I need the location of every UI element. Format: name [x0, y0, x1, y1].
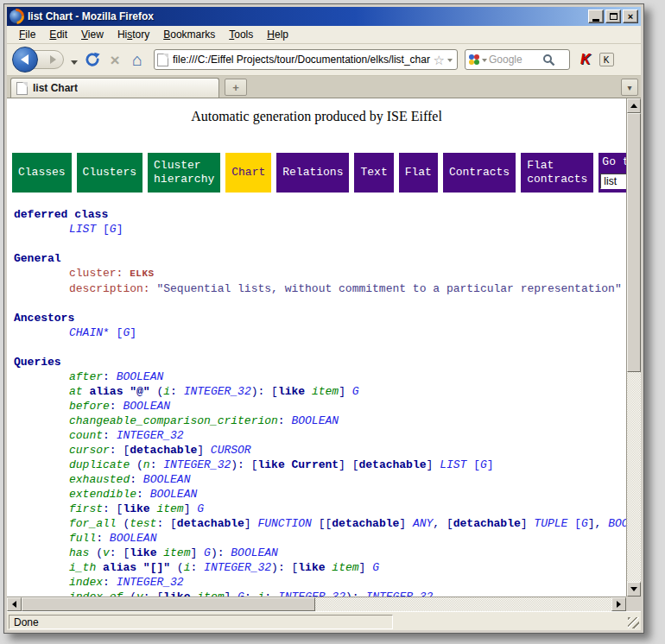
browser-window: list Chart - Mozilla Firefox × FileEditV…: [3, 3, 644, 634]
doc-section: Generalcluster: ELKSdescription: "Sequen…: [14, 251, 626, 296]
scrollbar-corner: [626, 597, 641, 611]
browser-client-area: Automatic generation produced by ISE Eif…: [7, 98, 641, 630]
doc-section: AncestorsCHAIN* [G]: [14, 311, 626, 340]
stop-icon: ×: [110, 52, 119, 68]
doc-line: count: INTEGER_32: [14, 428, 626, 443]
site-page-icon: [157, 54, 168, 66]
search-magnifier-icon[interactable]: [542, 54, 555, 66]
doc-line: CHAIN* [G]: [14, 325, 626, 340]
doc-section-header: General: [14, 251, 626, 266]
firefox-icon: [10, 9, 23, 23]
page-title: Automatic generation produced by ISE Eif…: [7, 109, 626, 124]
status-bar: Done: [7, 611, 641, 630]
vertical-scroll-thumb[interactable]: [627, 113, 641, 372]
back-button[interactable]: [12, 47, 38, 73]
doc-nav-chart[interactable]: Chart: [225, 153, 271, 193]
vertical-scrollbar[interactable]: [626, 98, 641, 597]
doc-nav-text[interactable]: Text: [354, 153, 393, 193]
search-input[interactable]: [489, 54, 542, 66]
menu-tools[interactable]: Tools: [222, 27, 260, 42]
menu-help[interactable]: Help: [260, 27, 295, 42]
address-bar[interactable]: file:///C:/Eiffel Projects/tour/Document…: [154, 49, 458, 70]
doc-line: description: "Sequential lists, without …: [14, 281, 626, 296]
menu-bookmarks[interactable]: Bookmarks: [156, 27, 222, 42]
maximize-icon: [610, 13, 618, 20]
doc-nav-flat[interactable]: Flat: [399, 153, 438, 193]
doc-line: full: BOOLEAN: [14, 531, 626, 546]
url-text[interactable]: file:///C:/Eiffel Projects/tour/Document…: [173, 54, 433, 66]
goto-label: Go to:: [598, 153, 626, 168]
doc-section-header: deferred class: [14, 207, 626, 222]
search-box[interactable]: [465, 49, 570, 70]
bookmark-star-icon[interactable]: ☆: [434, 54, 445, 66]
doc-section: Queriesafter: BOOLEANat alias "@" (i: IN…: [14, 355, 626, 597]
list-all-tabs-button[interactable]: ▾: [621, 79, 638, 96]
doc-nav-classes[interactable]: Classes: [12, 153, 72, 193]
doc-nav-contracts[interactable]: Contracts: [443, 153, 516, 193]
down-arrow-icon: [630, 587, 637, 595]
menu-bar: FileEditViewHistoryBookmarksToolsHelp: [7, 26, 641, 44]
back-forward-group: [12, 47, 69, 73]
stop-button[interactable]: ×: [104, 47, 126, 73]
scroll-down-button[interactable]: [627, 582, 641, 597]
title-bar: list Chart - Mozilla Firefox ×: [7, 7, 641, 26]
resize-grip[interactable]: [628, 617, 639, 628]
doc-nav-cluster[interactable]: Cluster hierarchy: [148, 153, 220, 193]
history-dropdown-icon[interactable]: [71, 60, 78, 68]
scroll-up-button[interactable]: [627, 98, 641, 113]
menu-history[interactable]: History: [111, 27, 156, 42]
menu-file[interactable]: File: [12, 27, 42, 42]
minimize-icon: [592, 19, 599, 22]
maximize-button[interactable]: [605, 9, 621, 23]
urlbar-dropdown-icon[interactable]: [447, 59, 453, 65]
new-tab-button[interactable]: +: [225, 79, 247, 96]
doc-nav-flat[interactable]: Flat contracts: [521, 153, 593, 193]
close-button[interactable]: ×: [623, 9, 638, 23]
doc-line: before: BOOLEAN: [14, 399, 626, 414]
doc-line: LIST [G]: [14, 222, 626, 237]
tab-list-chart[interactable]: list Chart: [10, 78, 219, 98]
tab-label: list Chart: [33, 82, 78, 94]
doc-nav-clusters[interactable]: Clusters: [77, 153, 142, 193]
doc-line: duplicate (n: INTEGER_32): [like Current…: [14, 458, 626, 472]
doc-section: deferred classLIST [G]: [14, 207, 626, 237]
doc-nav-relations[interactable]: Relations: [276, 153, 349, 193]
doc-line: cursor: [detachable] CURSOR: [14, 443, 626, 458]
reload-icon: [84, 51, 101, 68]
doc-line: changeable_comparison_criterion: BOOLEAN: [14, 414, 626, 428]
doc-line: for_all (test: [detachable] FUNCTION [[d…: [14, 516, 626, 531]
keyboard-layout-button[interactable]: K: [599, 53, 614, 66]
doc-line: first: [like item] G: [14, 502, 626, 516]
horizontal-scroll-thumb[interactable]: [22, 597, 315, 611]
doc-line: has (v: [like item] G): BOOLEAN: [14, 546, 626, 560]
scroll-right-button[interactable]: [611, 597, 626, 611]
doc-line: after: BOOLEAN: [14, 369, 626, 384]
doc-line: exhausted: BOOLEAN: [14, 472, 626, 487]
goto-input[interactable]: [600, 174, 626, 189]
home-button[interactable]: ⌂: [126, 47, 149, 73]
status-text: Done: [9, 615, 393, 629]
eiffel-document: deferred classLIST [G]Generalcluster: EL…: [14, 207, 626, 597]
doc-section-header: Queries: [14, 355, 626, 369]
home-icon: ⌂: [132, 51, 142, 68]
scroll-left-button[interactable]: [7, 597, 22, 611]
forward-icon: [50, 55, 56, 64]
doc-line: extendible: BOOLEAN: [14, 487, 626, 502]
menu-view[interactable]: View: [74, 27, 111, 42]
kaspersky-icon[interactable]: K: [580, 52, 591, 67]
search-engine-dropdown-icon[interactable]: [482, 59, 487, 65]
reload-button[interactable]: [81, 47, 104, 73]
google-icon: [468, 54, 480, 66]
doc-line: i_th alias "[]" (i: INTEGER_32): [like i…: [14, 560, 626, 575]
tab-strip: list Chart + ▾: [7, 76, 641, 98]
doc-nav-button-row: ClassesClustersCluster hierarchyChartRel…: [12, 153, 626, 193]
horizontal-scrollbar[interactable]: [7, 597, 626, 611]
minimize-button[interactable]: [588, 9, 604, 23]
goto-box: Go to:: [598, 153, 626, 193]
tab-page-icon: [16, 82, 28, 95]
doc-line: cluster: ELKS: [14, 266, 626, 281]
right-arrow-icon: [617, 601, 624, 608]
window-title: list Chart - Mozilla Firefox: [28, 10, 586, 22]
menu-edit[interactable]: Edit: [42, 27, 74, 42]
doc-line: index_of (v: [like item] G; i: INTEGER_3…: [14, 590, 626, 597]
